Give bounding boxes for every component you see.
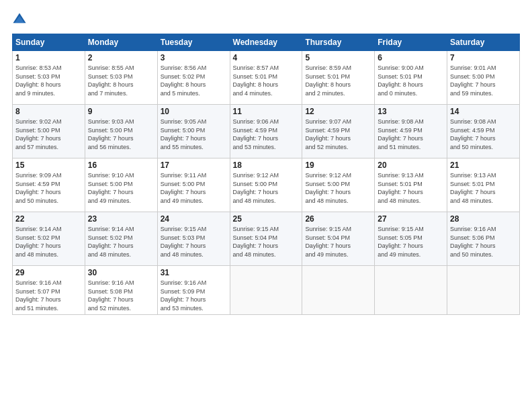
weekday-header-row: SundayMondayTuesdayWednesdayThursdayFrid… (13, 34, 520, 51)
logo (12, 12, 30, 27)
day-number: 5 (305, 53, 371, 62)
day-info: Sunrise: 9:14 AM Sunset: 5:02 PM Dayligh… (15, 225, 82, 259)
day-number: 26 (305, 214, 371, 224)
calendar-day-6: 6Sunrise: 9:00 AM Sunset: 5:01 PM Daylig… (375, 51, 447, 105)
day-info: Sunrise: 9:08 AM Sunset: 4:59 PM Dayligh… (450, 118, 517, 151)
calendar-day-26: 26Sunrise: 9:15 AM Sunset: 5:04 PM Dayli… (302, 212, 375, 266)
logo-icon (12, 12, 27, 27)
calendar-day-10: 10Sunrise: 9:05 AM Sunset: 5:00 PM Dayli… (157, 105, 230, 158)
day-info: Sunrise: 9:01 AM Sunset: 5:00 PM Dayligh… (450, 64, 517, 97)
empty-cell (375, 266, 447, 315)
day-number: 25 (233, 214, 300, 224)
calendar-day-27: 27Sunrise: 9:15 AM Sunset: 5:05 PM Dayli… (375, 212, 447, 266)
day-number: 24 (161, 214, 227, 224)
day-number: 23 (88, 214, 154, 224)
page: SundayMondayTuesdayWednesdayThursdayFrid… (0, 0, 532, 411)
day-number: 28 (450, 214, 517, 224)
calendar-day-2: 2Sunrise: 8:55 AM Sunset: 5:03 PM Daylig… (85, 51, 157, 105)
day-info: Sunrise: 9:05 AM Sunset: 5:00 PM Dayligh… (161, 118, 227, 151)
day-number: 12 (305, 107, 371, 116)
weekday-header-thursday: Thursday (302, 34, 375, 51)
day-number: 21 (450, 161, 517, 170)
day-number: 29 (15, 268, 82, 277)
day-info: Sunrise: 9:14 AM Sunset: 5:02 PM Dayligh… (88, 225, 154, 259)
empty-cell (230, 266, 302, 315)
day-info: Sunrise: 8:59 AM Sunset: 5:01 PM Dayligh… (305, 64, 371, 97)
day-number: 20 (378, 161, 444, 170)
day-number: 16 (88, 161, 154, 170)
day-info: Sunrise: 8:55 AM Sunset: 5:03 PM Dayligh… (88, 64, 154, 97)
calendar-day-20: 20Sunrise: 9:13 AM Sunset: 5:01 PM Dayli… (375, 158, 447, 212)
day-info: Sunrise: 8:56 AM Sunset: 5:02 PM Dayligh… (161, 64, 227, 97)
day-info: Sunrise: 9:15 AM Sunset: 5:05 PM Dayligh… (378, 225, 444, 259)
day-info: Sunrise: 9:15 AM Sunset: 5:03 PM Dayligh… (161, 225, 227, 259)
calendar-day-4: 4Sunrise: 8:57 AM Sunset: 5:01 PM Daylig… (230, 51, 302, 105)
calendar-day-3: 3Sunrise: 8:56 AM Sunset: 5:02 PM Daylig… (157, 51, 230, 105)
calendar-day-22: 22Sunrise: 9:14 AM Sunset: 5:02 PM Dayli… (13, 212, 85, 266)
day-info: Sunrise: 9:13 AM Sunset: 5:01 PM Dayligh… (450, 171, 517, 205)
calendar-day-24: 24Sunrise: 9:15 AM Sunset: 5:03 PM Dayli… (157, 212, 230, 266)
calendar-day-15: 15Sunrise: 9:09 AM Sunset: 4:59 PM Dayli… (13, 158, 85, 212)
day-info: Sunrise: 9:08 AM Sunset: 4:59 PM Dayligh… (378, 118, 444, 151)
day-info: Sunrise: 8:53 AM Sunset: 5:03 PM Dayligh… (15, 64, 82, 97)
day-info: Sunrise: 9:15 AM Sunset: 5:04 PM Dayligh… (305, 225, 371, 259)
day-number: 13 (378, 107, 444, 116)
day-info: Sunrise: 9:16 AM Sunset: 5:09 PM Dayligh… (161, 279, 227, 312)
calendar-day-19: 19Sunrise: 9:12 AM Sunset: 5:00 PM Dayli… (302, 158, 375, 212)
day-number: 27 (378, 214, 444, 224)
day-number: 10 (161, 107, 227, 116)
calendar-day-28: 28Sunrise: 9:16 AM Sunset: 5:06 PM Dayli… (447, 212, 520, 266)
calendar-day-17: 17Sunrise: 9:11 AM Sunset: 5:00 PM Dayli… (157, 158, 230, 212)
day-number: 17 (161, 161, 227, 170)
calendar-week-4: 22Sunrise: 9:14 AM Sunset: 5:02 PM Dayli… (13, 212, 520, 266)
day-number: 2 (88, 53, 154, 62)
calendar-day-8: 8Sunrise: 9:02 AM Sunset: 5:00 PM Daylig… (13, 105, 85, 158)
day-info: Sunrise: 8:57 AM Sunset: 5:01 PM Dayligh… (233, 64, 300, 97)
day-info: Sunrise: 9:02 AM Sunset: 5:00 PM Dayligh… (15, 118, 82, 151)
header (12, 12, 520, 27)
calendar-day-29: 29Sunrise: 9:16 AM Sunset: 5:07 PM Dayli… (13, 266, 85, 315)
weekday-header-saturday: Saturday (447, 34, 520, 51)
empty-cell (302, 266, 375, 315)
day-number: 9 (88, 107, 154, 116)
weekday-header-monday: Monday (85, 34, 157, 51)
day-number: 31 (161, 268, 227, 277)
calendar-day-31: 31Sunrise: 9:16 AM Sunset: 5:09 PM Dayli… (157, 266, 230, 315)
calendar-table: SundayMondayTuesdayWednesdayThursdayFrid… (12, 34, 520, 315)
day-number: 15 (15, 161, 82, 170)
day-info: Sunrise: 9:12 AM Sunset: 5:00 PM Dayligh… (233, 171, 300, 205)
calendar-day-5: 5Sunrise: 8:59 AM Sunset: 5:01 PM Daylig… (302, 51, 375, 105)
calendar-day-9: 9Sunrise: 9:03 AM Sunset: 5:00 PM Daylig… (85, 105, 157, 158)
calendar-week-1: 1Sunrise: 8:53 AM Sunset: 5:03 PM Daylig… (13, 51, 520, 105)
empty-cell (447, 266, 520, 315)
weekday-header-friday: Friday (375, 34, 447, 51)
day-info: Sunrise: 9:16 AM Sunset: 5:08 PM Dayligh… (88, 279, 154, 312)
weekday-header-tuesday: Tuesday (157, 34, 230, 51)
calendar-week-2: 8Sunrise: 9:02 AM Sunset: 5:00 PM Daylig… (13, 105, 520, 158)
day-info: Sunrise: 9:10 AM Sunset: 5:00 PM Dayligh… (88, 171, 154, 205)
calendar-day-14: 14Sunrise: 9:08 AM Sunset: 4:59 PM Dayli… (447, 105, 520, 158)
day-number: 22 (15, 214, 82, 224)
calendar-day-23: 23Sunrise: 9:14 AM Sunset: 5:02 PM Dayli… (85, 212, 157, 266)
day-number: 18 (233, 161, 300, 170)
calendar-day-11: 11Sunrise: 9:06 AM Sunset: 4:59 PM Dayli… (230, 105, 302, 158)
day-number: 14 (450, 107, 517, 116)
day-info: Sunrise: 9:15 AM Sunset: 5:04 PM Dayligh… (233, 225, 300, 259)
day-info: Sunrise: 9:16 AM Sunset: 5:07 PM Dayligh… (15, 279, 82, 312)
calendar-day-7: 7Sunrise: 9:01 AM Sunset: 5:00 PM Daylig… (447, 51, 520, 105)
calendar-day-16: 16Sunrise: 9:10 AM Sunset: 5:00 PM Dayli… (85, 158, 157, 212)
day-number: 1 (15, 53, 82, 62)
calendar-day-1: 1Sunrise: 8:53 AM Sunset: 5:03 PM Daylig… (13, 51, 85, 105)
day-number: 11 (233, 107, 300, 116)
day-info: Sunrise: 9:09 AM Sunset: 4:59 PM Dayligh… (15, 171, 82, 205)
calendar-day-18: 18Sunrise: 9:12 AM Sunset: 5:00 PM Dayli… (230, 158, 302, 212)
day-number: 19 (305, 161, 371, 170)
day-number: 7 (450, 53, 517, 62)
day-info: Sunrise: 9:07 AM Sunset: 4:59 PM Dayligh… (305, 118, 371, 151)
calendar-week-5: 29Sunrise: 9:16 AM Sunset: 5:07 PM Dayli… (13, 266, 520, 315)
day-number: 6 (378, 53, 444, 62)
day-info: Sunrise: 9:13 AM Sunset: 5:01 PM Dayligh… (378, 171, 444, 205)
calendar-day-30: 30Sunrise: 9:16 AM Sunset: 5:08 PM Dayli… (85, 266, 157, 315)
day-info: Sunrise: 9:00 AM Sunset: 5:01 PM Dayligh… (378, 64, 444, 97)
calendar-day-13: 13Sunrise: 9:08 AM Sunset: 4:59 PM Dayli… (375, 105, 447, 158)
